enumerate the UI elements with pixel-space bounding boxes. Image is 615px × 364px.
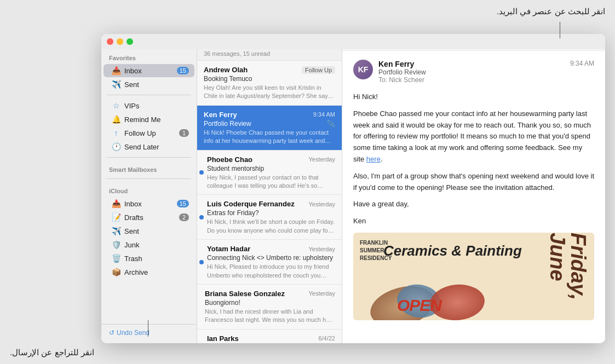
message-subject: Buongiorno! bbox=[205, 299, 335, 307]
sidebar-item-label: Archive bbox=[124, 268, 189, 276]
sidebar-item-remind-me[interactable]: 🔔 Remind Me bbox=[104, 113, 194, 126]
messages-container: Andrew Olah Follow Up Booking Temuco Hey… bbox=[197, 61, 342, 343]
icloud-section: iCloud 📥 Inbox 15 📝 Drafts 2 ✈️ Sent 🛡️ … bbox=[101, 182, 197, 279]
email-paragraph: Hi Nick! bbox=[353, 91, 594, 103]
sidebar-item-vips[interactable]: ☆ VIPs bbox=[104, 99, 194, 112]
attachment-icon: 📎 bbox=[327, 120, 335, 128]
titlebar bbox=[101, 34, 605, 49]
message-preview: Hey Olah! Are you still keen to visit Kr… bbox=[204, 84, 335, 101]
message-item[interactable]: Ken Ferry 9:34 AM Portfolio Review 📎 Hi … bbox=[197, 106, 342, 151]
minimize-button[interactable] bbox=[117, 38, 123, 45]
annotation-bottom: انقر للتراجع عن الإرسال. bbox=[10, 348, 94, 357]
email-link[interactable]: here bbox=[366, 155, 381, 163]
message-subject: Portfolio Review bbox=[204, 120, 251, 128]
close-button[interactable] bbox=[107, 38, 113, 45]
junk-icon: 🛡️ bbox=[111, 240, 121, 250]
favorites-section: Favorites 📥 Inbox 15 ✈️ Sent bbox=[101, 49, 197, 91]
sidebar-item-label: Remind Me bbox=[124, 115, 189, 124]
sidebar-bottom: ↺ Undo Send bbox=[101, 324, 197, 343]
annotation-line-bottom bbox=[148, 320, 148, 337]
divider-1 bbox=[107, 95, 191, 95]
icloud-inbox-badge: 15 bbox=[177, 200, 189, 207]
sent-icon: ✈️ bbox=[111, 226, 121, 236]
sidebar-item-label: Inbox bbox=[124, 67, 175, 75]
sidebar-item-sent-fav[interactable]: ✈️ Sent bbox=[104, 78, 194, 91]
sidebar-item-icloud-drafts[interactable]: 📝 Drafts 2 bbox=[104, 211, 194, 224]
unread-indicator bbox=[199, 260, 204, 264]
remind-icon: 🔔 bbox=[111, 114, 121, 124]
sidebar-item-label: Inbox bbox=[124, 200, 175, 208]
send-later-icon: 🕐 bbox=[111, 142, 121, 152]
sidebar-item-label: VIPs bbox=[124, 102, 189, 110]
sidebar-item-label: Follow Up bbox=[124, 129, 177, 137]
annotation-top: انقر للبحث عن عنصر في البريد. bbox=[497, 7, 605, 16]
avatar: KF bbox=[353, 60, 373, 79]
sidebar-item-follow-up[interactable]: ↑ Follow Up 1 bbox=[104, 126, 194, 140]
email-subject-header: Portfolio Review bbox=[378, 68, 570, 76]
email-body-wrapper: KF Ken Ferry Portfolio Review To: Nick S… bbox=[342, 51, 605, 343]
email-time: 9:34 AM bbox=[570, 60, 594, 67]
message-preview: Hi Nick! Phoebe Chao passed me your cont… bbox=[204, 129, 335, 146]
message-item[interactable]: Yotam Hadar Yesterday Connecting Nick <>… bbox=[197, 240, 342, 285]
email-paragraph: Ken bbox=[353, 216, 594, 227]
sidebar-item-icloud-archive[interactable]: 📦 Archive bbox=[104, 265, 194, 279]
undo-send-icon: ↺ bbox=[109, 329, 114, 337]
drafts-badge: 2 bbox=[179, 213, 189, 221]
message-time: 6/4/22 bbox=[318, 335, 335, 342]
divider-2 bbox=[107, 157, 191, 158]
email-paragraph: Also, I'm part of a group show that's op… bbox=[353, 171, 594, 194]
inbox-icon: 📥 bbox=[111, 199, 121, 209]
smart-mailboxes-label: Smart Mailboxes bbox=[101, 161, 197, 175]
sidebar-item-label: Trash bbox=[124, 255, 189, 263]
email-invitation-image: FRANKLINSUMMERRESIDENCY Ceramics & Paint… bbox=[353, 233, 594, 320]
sent-icon: ✈️ bbox=[111, 79, 121, 89]
message-item[interactable]: Luis Coderque Fernandez Yesterday Extras… bbox=[197, 195, 342, 240]
sidebar: Favorites 📥 Inbox 15 ✈️ Sent ☆ VIPs 🔔 Re… bbox=[101, 34, 197, 343]
archive-icon: 📦 bbox=[111, 267, 121, 277]
sidebar-item-icloud-junk[interactable]: 🛡️ Junk bbox=[104, 238, 194, 251]
message-time: Yesterday bbox=[308, 156, 335, 163]
email-from: Ken Ferry bbox=[378, 60, 570, 68]
message-item[interactable]: Phoebe Chao Yesterday Student mentorship… bbox=[197, 151, 342, 195]
ceramics-painting-text: Ceramics & Painting bbox=[383, 242, 522, 259]
sidebar-item-label: Sent bbox=[124, 227, 189, 235]
sidebar-item-inbox-fav[interactable]: 📥 Inbox 15 bbox=[104, 64, 194, 77]
message-subject: Extras for Friday? bbox=[207, 209, 335, 217]
smart-section: ☆ VIPs 🔔 Remind Me ↑ Follow Up 1 🕐 Send … bbox=[101, 99, 197, 154]
message-time: 9:34 AM bbox=[313, 111, 335, 118]
mail-window: Favorites 📥 Inbox 15 ✈️ Sent ☆ VIPs 🔔 Re… bbox=[101, 34, 605, 343]
sidebar-item-icloud-sent[interactable]: ✈️ Sent bbox=[104, 224, 194, 238]
favorites-label: Favorites bbox=[101, 49, 197, 63]
message-sender: Luis Coderque Fernandez bbox=[207, 200, 295, 208]
email-to: To: Nick Scheer bbox=[378, 76, 570, 84]
message-subject: Connecting Nick <> Umberto re: upholster… bbox=[207, 254, 335, 262]
message-time: Yesterday bbox=[308, 290, 335, 297]
franklin-residency-visual: FRANKLINSUMMERRESIDENCY Ceramics & Paint… bbox=[353, 233, 594, 320]
message-item[interactable]: Andrew Olah Follow Up Booking Temuco Hey… bbox=[197, 61, 342, 106]
message-list-subtitle: 36 messages, 15 unread bbox=[204, 50, 335, 57]
star-icon: ☆ bbox=[111, 101, 121, 111]
sidebar-item-icloud-inbox[interactable]: 📥 Inbox 15 bbox=[104, 197, 194, 210]
icloud-label: iCloud bbox=[101, 182, 197, 197]
sidebar-item-send-later[interactable]: 🕐 Send Later bbox=[104, 140, 194, 153]
message-item[interactable]: Briana Salese Gonzalez Yesterday Buongio… bbox=[197, 285, 342, 330]
message-preview: Nick, I had the nicest dinner with Lia a… bbox=[205, 308, 335, 325]
message-preview: Hi Nick, Pleased to introduce you to my … bbox=[207, 263, 335, 280]
sidebar-item-icloud-trash[interactable]: 🗑️ Trash bbox=[104, 252, 194, 265]
followup-badge: 1 bbox=[179, 129, 189, 137]
unread-indicator bbox=[199, 170, 204, 175]
message-preview: Hi Nick, I think we'll be short a couple… bbox=[207, 218, 335, 235]
undo-send-button[interactable]: ↺ Undo Send bbox=[109, 329, 189, 337]
clay-shapes bbox=[353, 271, 561, 320]
message-subject: Student mentorship bbox=[207, 165, 335, 172]
message-preview: Hey Nick, I passed your contact on to th… bbox=[207, 174, 335, 190]
message-sender: Ken Ferry bbox=[204, 111, 237, 119]
inbox-icon: 📥 bbox=[111, 66, 121, 76]
maximize-button[interactable] bbox=[127, 38, 133, 45]
message-sender: Briana Salese Gonzalez bbox=[205, 290, 285, 298]
email-body: Hi Nick! Phoebe Chao passed me your cont… bbox=[353, 91, 594, 227]
message-sender: Yotam Hadar bbox=[207, 245, 250, 253]
unread-indicator bbox=[199, 215, 204, 219]
inbox-badge: 15 bbox=[177, 67, 189, 74]
message-item[interactable]: Ian Parks 6/4/22 Surprise party for Sofi… bbox=[197, 330, 342, 343]
